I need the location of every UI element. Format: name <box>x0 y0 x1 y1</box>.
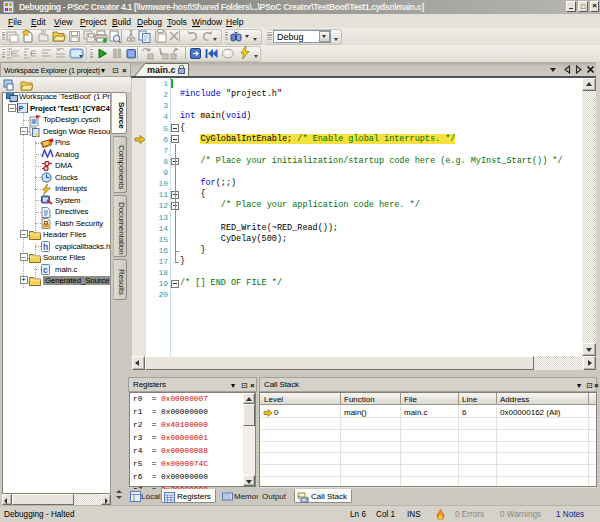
svg-text:h: h <box>43 242 48 252</box>
svg-text:P: P <box>19 104 24 113</box>
svg-text:c: c <box>43 265 48 275</box>
